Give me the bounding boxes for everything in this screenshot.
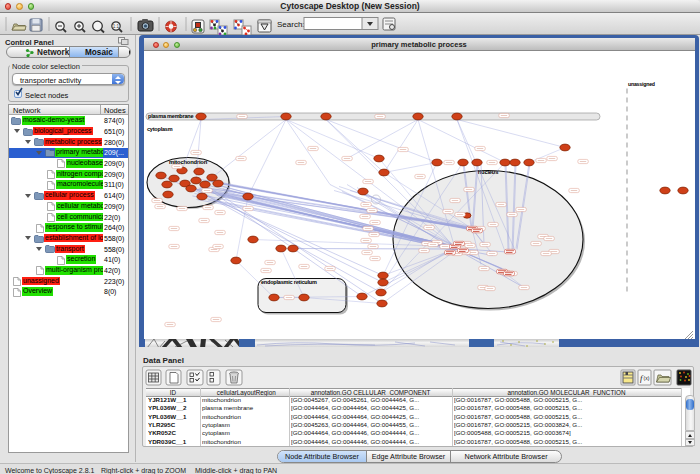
svg-text:Search:: Search: xyxy=(277,20,305,29)
svg-text:mitochondrion: mitochondrion xyxy=(169,159,208,165)
svg-text:unassigned: unassigned xyxy=(628,81,655,87)
svg-text:1:1: 1:1 xyxy=(113,24,120,29)
svg-text:cytoplasm: cytoplasm xyxy=(147,126,173,132)
svg-text:plasma membrane: plasma membrane xyxy=(148,113,193,119)
svg-text:(x): (x) xyxy=(644,375,650,381)
svg-text:endoplasmic reticulum: endoplasmic reticulum xyxy=(261,279,317,285)
